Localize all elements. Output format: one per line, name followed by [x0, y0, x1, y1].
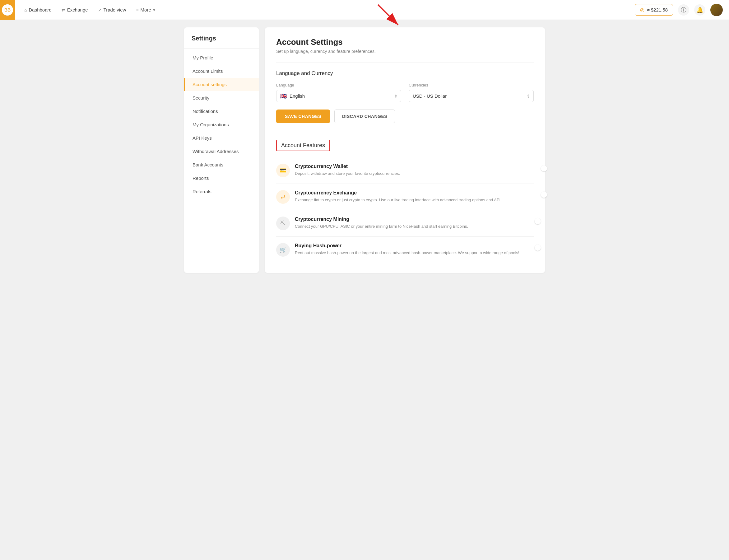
- currency-label: Currencies: [409, 83, 534, 87]
- logo[interactable]: BB: [0, 0, 15, 20]
- sidebar-item-reports[interactable]: Reports: [184, 171, 259, 185]
- sidebar: Settings My Profile Account Limits Accou…: [184, 27, 259, 273]
- buying-hashpower-knob: [535, 245, 541, 251]
- sidebar-item-account-limits[interactable]: Account Limits: [184, 64, 259, 78]
- language-currency-section-title: Language and Currency: [276, 70, 534, 77]
- crypto-mining-name: Cryptocurrency Mining: [295, 217, 529, 222]
- nav-exchange[interactable]: ⇄ Exchange: [57, 5, 92, 15]
- crypto-mining-knob: [535, 218, 541, 224]
- wallet-icon: ◎: [640, 7, 644, 13]
- discard-changes-button[interactable]: DISCARD CHANGES: [334, 110, 395, 123]
- feature-crypto-wallet: 💳 Cryptocurrency Wallet Deposit, withdra…: [276, 157, 534, 184]
- nav-tradeview[interactable]: ↗ Trade view: [94, 5, 131, 15]
- language-currency-row: Language 🇬🇧 English Deutsch Français Esp…: [276, 83, 534, 102]
- language-select[interactable]: English Deutsch Français Español: [287, 90, 401, 102]
- language-group: Language 🇬🇧 English Deutsch Français Esp…: [276, 83, 401, 102]
- avatar-image: [710, 4, 723, 16]
- top-navigation: BB ⌂ Dashboard ⇄ Exchange ↗ Trade view ≡…: [0, 0, 729, 20]
- sidebar-item-my-profile[interactable]: My Profile: [184, 51, 259, 64]
- page-title: Account Settings: [276, 37, 534, 47]
- buying-hashpower-desc: Rent out massive hash-power on the large…: [295, 250, 529, 256]
- exchange-icon: ⇄: [62, 7, 65, 12]
- crypto-exchange-name: Cryptocurrency Exchange: [295, 190, 529, 196]
- sidebar-title: Settings: [184, 35, 259, 49]
- dropdown-icon: ▾: [153, 7, 155, 12]
- nav-links: ⌂ Dashboard ⇄ Exchange ↗ Trade view ≡ Mo…: [20, 5, 635, 15]
- sidebar-item-withdrawal-addresses[interactable]: Withdrawal Addresses: [184, 145, 259, 158]
- divider-2: [276, 132, 534, 132]
- logo-icon: BB: [2, 4, 13, 16]
- divider-1: [276, 63, 534, 63]
- avatar[interactable]: [710, 4, 723, 16]
- buying-hashpower-text: Buying Hash-power Rent out massive hash-…: [295, 243, 529, 256]
- sidebar-item-notifications[interactable]: Notifications: [184, 105, 259, 118]
- page-subtitle: Set up language, currency and feature pr…: [276, 49, 534, 54]
- crypto-mining-icon: ⛏: [276, 217, 290, 230]
- save-changes-button[interactable]: SAVE CHANGES: [276, 110, 330, 123]
- crypto-mining-text: Cryptocurrency Mining Connect your GPU/C…: [295, 217, 529, 230]
- tradeview-icon: ↗: [98, 7, 102, 12]
- nav-more[interactable]: ≡ More ▾: [132, 5, 159, 15]
- sidebar-item-my-organizations[interactable]: My Organizations: [184, 118, 259, 131]
- content-panel: Account Settings Set up language, curren…: [265, 27, 545, 273]
- sidebar-item-security[interactable]: Security: [184, 91, 259, 105]
- sidebar-item-referrals[interactable]: Referrals: [184, 185, 259, 198]
- crypto-wallet-text: Cryptocurrency Wallet Deposit, withdraw …: [295, 164, 529, 177]
- crypto-exchange-desc: Exchange fiat to crypto or just crypto t…: [295, 197, 529, 203]
- home-icon: ⌂: [24, 7, 27, 12]
- buying-hashpower-name: Buying Hash-power: [295, 243, 529, 249]
- sidebar-menu: My Profile Account Limits Account settin…: [184, 49, 259, 201]
- crypto-wallet-desc: Deposit, withdraw and store your favorit…: [295, 170, 529, 177]
- nav-dashboard[interactable]: ⌂ Dashboard: [20, 5, 56, 15]
- balance-button[interactable]: ◎ ≈ $221.58: [635, 4, 673, 16]
- sidebar-item-account-settings[interactable]: Account settings: [184, 78, 259, 91]
- language-label: Language: [276, 83, 401, 87]
- language-select-wrapper: 🇬🇧 English Deutsch Français Español ⇕: [276, 90, 401, 102]
- nav-right: ◎ ≈ $221.58 ⓘ 🔔: [635, 4, 723, 16]
- sidebar-item-api-keys[interactable]: API Keys: [184, 131, 259, 145]
- account-features-title: Account Features: [281, 142, 325, 148]
- info-button[interactable]: ⓘ: [678, 4, 689, 16]
- notifications-button[interactable]: 🔔: [694, 4, 705, 16]
- info-icon: ⓘ: [681, 6, 686, 14]
- sidebar-item-bank-accounts[interactable]: Bank Accounts: [184, 158, 259, 171]
- more-icon: ≡: [136, 7, 138, 12]
- crypto-exchange-text: Cryptocurrency Exchange Exchange fiat to…: [295, 190, 529, 203]
- currency-group: Currencies USD - US Dollar EUR - Euro GB…: [409, 83, 534, 102]
- feature-crypto-exchange: ⇄ Cryptocurrency Exchange Exchange fiat …: [276, 184, 534, 210]
- crypto-mining-desc: Connect your GPU/CPU, ASIC or your entir…: [295, 223, 529, 230]
- currency-select[interactable]: USD - US Dollar EUR - Euro GBP - British…: [409, 90, 533, 102]
- crypto-exchange-icon: ⇄: [276, 190, 290, 204]
- bell-icon: 🔔: [696, 7, 703, 13]
- buying-hashpower-icon: 🛒: [276, 243, 290, 257]
- currency-select-wrapper: USD - US Dollar EUR - Euro GBP - British…: [409, 90, 534, 102]
- flag-icon: 🇬🇧: [280, 93, 287, 100]
- main-wrapper: Settings My Profile Account Limits Accou…: [178, 20, 551, 280]
- crypto-wallet-name: Cryptocurrency Wallet: [295, 164, 529, 169]
- action-buttons: SAVE CHANGES DISCARD CHANGES: [276, 110, 534, 123]
- crypto-exchange-knob: [541, 192, 547, 198]
- account-features-header: Account Features: [276, 140, 330, 151]
- feature-buying-hashpower: 🛒 Buying Hash-power Rent out massive has…: [276, 237, 534, 263]
- crypto-wallet-icon: 💳: [276, 164, 290, 177]
- crypto-wallet-knob: [541, 165, 547, 171]
- feature-crypto-mining: ⛏ Cryptocurrency Mining Connect your GPU…: [276, 210, 534, 237]
